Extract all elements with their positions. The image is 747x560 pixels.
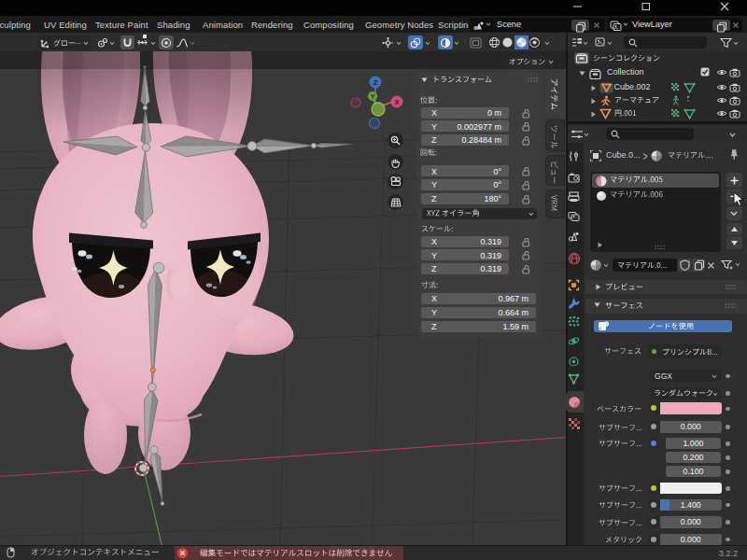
svg-text:Y: Y — [371, 93, 375, 100]
svg-text:Z: Z — [374, 78, 378, 87]
svg-text:X: X — [394, 98, 399, 106]
